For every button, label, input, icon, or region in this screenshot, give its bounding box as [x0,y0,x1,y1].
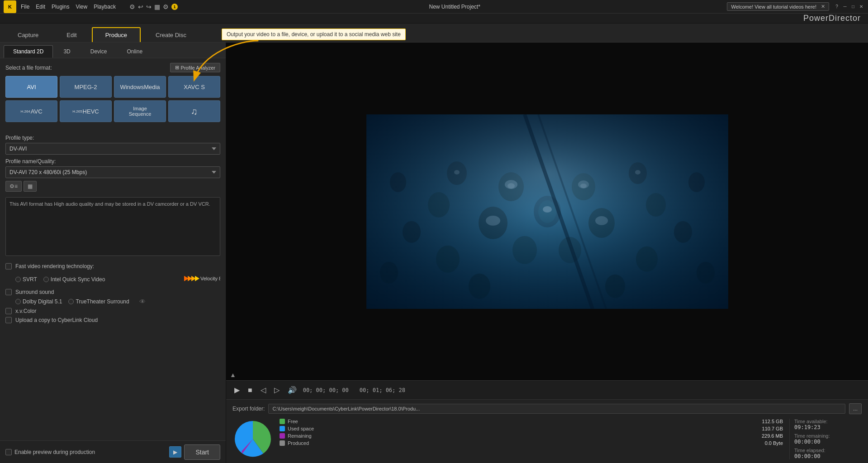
time-available-row: Time available: 09:19:23 [794,419,862,430]
app-logo: K [4,0,16,13]
menu-playback[interactable]: Playback [94,4,116,10]
used-value: 110.7 GB [751,426,783,431]
tab-edit[interactable]: Edit [53,28,90,42]
eject-button[interactable]: ▲ [226,369,240,380]
legend-produced: Produced 0.0 Byte [280,440,783,446]
brand-bar: PowerDirector [0,14,868,24]
profile-analyzer-button[interactable]: ⊞ Profile Analyzer [170,63,220,72]
time-available-label: Time available: [794,419,862,424]
tutorial-close-button[interactable]: ✕ [821,4,825,9]
format-label-text: Select a file format: [5,65,52,71]
menu-edit[interactable]: Edit [36,4,45,10]
time-remaining-label: Time remaining: [794,433,862,439]
dolby-label: Dolby Digital 5.1 [23,298,62,305]
used-swatch [280,426,285,431]
sub-tabs: Standard 2D 3D Device Online [0,43,226,58]
svrt-radio[interactable] [15,277,21,282]
export-section: Export folder: C:\Users\meigh\Documents\… [226,399,868,463]
play-button[interactable]: ▶ [232,385,242,395]
menu-view[interactable]: View [76,4,87,10]
layout-icon[interactable]: ▦ [154,3,160,10]
surround-checkbox[interactable] [5,289,12,295]
config-grid-button[interactable]: ▦ [24,181,37,192]
tab-capture[interactable]: Capture [5,28,52,42]
format-image-sequence[interactable]: ImageSequence [114,100,166,122]
stop-button[interactable]: ■ [246,385,254,395]
sub-tab-device[interactable]: Device [81,45,117,58]
sub-tab-standard2d[interactable]: Standard 2D [4,45,53,58]
profile-type-select[interactable]: DV-AVI [5,143,220,155]
browse-button[interactable]: ... [849,403,862,414]
tutorial-banner: Welcome! View all tutorial videos here! … [727,2,829,11]
description-section: This AVI format has High audio quality a… [0,194,226,260]
notification-badge[interactable]: 1 [171,4,178,10]
preview-label: Enable preview during production [14,449,95,455]
undo-icon[interactable]: ↩ [138,3,143,10]
remaining-value: 229.6 MB [751,433,783,439]
truetheater-radio[interactable] [68,299,74,304]
volume-button[interactable]: 🔊 [286,385,299,395]
bottom-bar: Enable preview during production ▶ Start [0,440,226,463]
start-button[interactable]: Start [184,444,220,460]
produced-swatch [280,440,285,446]
preview-checkbox[interactable] [5,449,12,455]
fast-render-checkbox[interactable] [5,263,12,269]
xvcolor-label: x.v.Color [15,308,36,314]
remaining-swatch [280,433,285,439]
minimize-button[interactable]: ─ [842,4,848,10]
disk-pie-chart [232,419,273,459]
fast-forward-button[interactable]: ▷ [272,385,281,395]
video-preview: ▲ [226,43,868,380]
profile-analyzer-icon: ⊞ [175,65,179,71]
preview-icon-button[interactable]: ▶ [169,446,181,458]
profile-section: Profile type: DV-AVI Profile name/Qualit… [0,129,226,194]
settings-icon[interactable]: ⚙ [129,3,135,10]
svrt-label: SVRT [23,276,37,283]
intel-qs-radio[interactable] [43,277,49,282]
close-button[interactable]: ✕ [858,4,864,10]
tab-create-disc[interactable]: Create Disc [142,28,199,42]
cloud-label: Upload a copy to CyberLink Cloud [15,317,98,323]
sub-tab-online[interactable]: Online [117,45,152,58]
time-elapsed-value: 00:00:00 [794,453,862,459]
export-path-display: C:\Users\meigh\Documents\CyberLink\Power… [268,404,845,414]
velocity-logo: Velocity 8 [184,272,220,286]
disk-legend: Free 112.5 GB Used space 110.7 GB Remain… [280,419,783,448]
free-label: Free [288,419,749,424]
maximize-button[interactable]: □ [850,4,856,10]
video-overlay [366,114,728,309]
start-btn-wrap: ▶ Start [169,444,220,460]
legend-remaining: Remaining 229.6 MB [280,433,783,439]
menu-file[interactable]: File [21,4,29,10]
format-avc[interactable]: H.264AVC [5,100,57,122]
format-xavcs[interactable]: XAVC S [168,76,220,98]
dolby-radio[interactable] [15,299,21,304]
profile-name-select[interactable]: DV-AVI 720 x 480/60i (25 Mbps) [5,166,220,178]
format-windows-media[interactable]: WindowsMedia [114,76,166,98]
cloud-row: Upload a copy to CyberLink Cloud [5,317,220,323]
format-section-label: Select a file format: ⊞ Profile Analyzer [5,63,220,72]
format-avi[interactable]: AVI [5,76,57,98]
main-content: Standard 2D 3D Device Online Select a fi… [0,43,868,463]
time-current: 00; 00; 00; 00 [303,387,349,393]
config-settings-button[interactable]: ⚙≡ [5,181,22,192]
time-remaining-row: Time remaining: 00:00:00 [794,433,862,445]
redo-icon[interactable]: ↪ [146,3,152,10]
rewind-button[interactable]: ◁ [259,385,268,395]
help-button[interactable]: ? [834,4,840,10]
menu-plugins[interactable]: Plugins [52,4,69,10]
xvcolor-checkbox[interactable] [5,308,12,314]
format-mpeg2[interactable]: MPEG-2 [60,76,112,98]
time-elapsed-label: Time elapsed: [794,448,862,453]
format-grid-2: H.264AVC H.265HEVC ImageSequence ♫ [5,100,220,122]
dolby-option: Dolby Digital 5.1 [15,298,62,305]
format-audio[interactable]: ♫ [168,100,220,122]
toolbar-icons: ⚙ ↩ ↪ ▦ ⚙ 1 [129,3,178,10]
format-hevc[interactable]: H.265HEVC [60,100,112,122]
legend-used: Used space 110.7 GB [280,426,783,431]
sub-tab-3d[interactable]: 3D [54,45,80,58]
gear2-icon[interactable]: ⚙ [163,3,169,10]
tab-produce[interactable]: Produce [92,27,141,42]
svg-text:Velocity 8: Velocity 8 [200,276,220,281]
cloud-checkbox[interactable] [5,317,12,323]
